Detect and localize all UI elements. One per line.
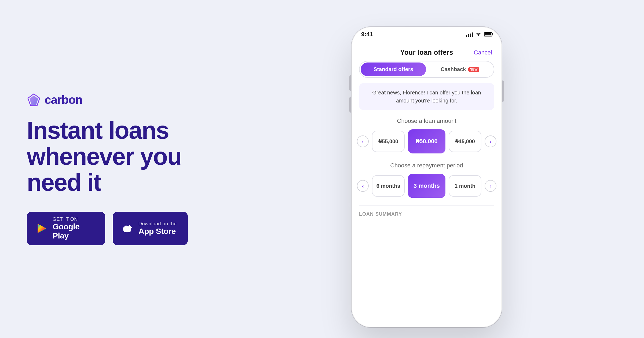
new-badge: NEW — [468, 67, 480, 72]
app-store-main: App Store — [138, 227, 177, 236]
app-title: Your loan offers — [400, 48, 453, 57]
svg-marker-5 — [38, 225, 46, 233]
app-store-button[interactable]: Download on the App Store — [113, 212, 188, 245]
app-store-text: Download on the App Store — [138, 221, 177, 236]
loan-amount-section: Choose a loan amount ‹ ₦55,000 ₦50,000 ₦… — [352, 117, 502, 153]
google-play-text: GET IT ON Google Play — [53, 216, 96, 240]
logo-text: carbon — [45, 93, 82, 106]
summary-label: LOAN SUMMARY — [359, 211, 402, 217]
right-section: 9:41 — [209, 0, 644, 338]
tab-cashback[interactable]: Cashback NEW — [427, 63, 493, 76]
apple-icon — [122, 223, 134, 234]
period-option-6months[interactable]: 6 months — [372, 175, 405, 197]
signal-icon — [466, 32, 473, 37]
volume-up-button — [349, 75, 352, 91]
wifi-icon — [475, 32, 481, 37]
logo: carbon — [27, 93, 188, 107]
phone-content: Your loan offers Cancel Standard offers … — [352, 42, 502, 327]
tab-standard[interactable]: Standard offers — [361, 63, 426, 76]
tabs-container: Standard offers Cashback NEW — [359, 61, 494, 78]
carbon-diamond-icon — [27, 93, 41, 107]
repayment-label: Choose a repayment period — [352, 162, 502, 169]
info-box: Great news, Florence! I can offer you th… — [359, 83, 494, 110]
period-next-arrow[interactable]: › — [485, 180, 496, 192]
repayment-section: Choose a repayment period ‹ 6 months 3 m… — [352, 162, 502, 198]
loan-option-50000[interactable]: ₦50,000 — [408, 129, 445, 153]
loan-amount-carousel: ‹ ₦55,000 ₦50,000 ₦45,000 › — [352, 129, 502, 153]
left-section: carbon Instant loans whenever you need i… — [0, 0, 209, 338]
power-button — [502, 80, 504, 102]
store-buttons: GET IT ON Google Play Download on the Ap… — [27, 212, 188, 245]
battery-icon — [484, 32, 492, 36]
svg-marker-1 — [30, 95, 38, 105]
headline: Instant loans whenever you need it — [27, 117, 188, 196]
google-play-icon — [36, 223, 48, 234]
repayment-carousel: ‹ 6 months 3 months 1 month › — [352, 174, 502, 198]
google-play-main: Google Play — [53, 222, 96, 240]
period-option-1month[interactable]: 1 month — [449, 175, 481, 197]
volume-down-button — [349, 97, 352, 113]
loan-next-arrow[interactable]: › — [485, 135, 496, 147]
phone-wrapper: 9:41 — [352, 27, 502, 327]
google-play-sub: GET IT ON — [53, 216, 96, 222]
loan-amount-label: Choose a loan amount — [352, 117, 502, 124]
status-icons — [466, 32, 492, 37]
loan-prev-arrow[interactable]: ‹ — [357, 135, 369, 147]
cancel-button[interactable]: Cancel — [474, 49, 492, 56]
app-header: Your loan offers Cancel — [352, 42, 502, 61]
loan-summary: LOAN SUMMARY — [359, 205, 494, 217]
loan-option-55000[interactable]: ₦55,000 — [372, 131, 405, 152]
info-message: Great news, Florence! I can offer you th… — [365, 89, 488, 105]
phone-notch — [405, 27, 448, 36]
app-store-sub: Download on the — [138, 221, 177, 227]
phone-frame: 9:41 — [352, 27, 502, 327]
status-time: 9:41 — [361, 31, 373, 38]
period-prev-arrow[interactable]: ‹ — [357, 180, 369, 192]
google-play-button[interactable]: GET IT ON Google Play — [27, 212, 105, 245]
period-option-3months[interactable]: 3 months — [408, 174, 445, 198]
loan-option-45000[interactable]: ₦45,000 — [449, 131, 481, 152]
